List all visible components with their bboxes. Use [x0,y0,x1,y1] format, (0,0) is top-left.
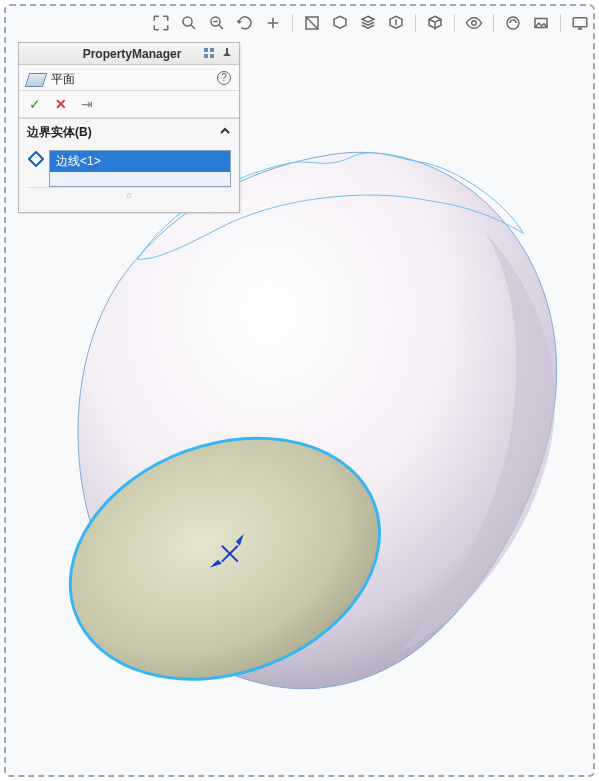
help-icon[interactable]: ? [217,71,231,85]
resize-grip-icon[interactable]: ○ [27,187,231,204]
action-row: ✓ ✕ ⇥ [19,91,239,118]
display-style-icon[interactable] [357,12,379,34]
svg-rect-9 [204,48,208,52]
section-title: 边界实体(B) [27,124,92,141]
svg-point-6 [507,17,519,29]
section-view-icon[interactable] [301,12,323,34]
rotate-view-icon[interactable] [234,12,256,34]
eye-icon[interactable] [463,12,485,34]
svg-rect-12 [210,54,214,58]
cancel-button[interactable]: ✕ [53,96,69,112]
section-header[interactable]: 边界实体(B) [19,119,239,146]
svg-point-5 [472,21,477,26]
panel-pin-icon[interactable] [219,45,235,61]
selection-item[interactable]: 边线<1> [50,151,230,172]
appearance-icon[interactable] [502,12,524,34]
svg-rect-11 [204,54,208,58]
svg-rect-10 [210,48,214,52]
toolbar-separator [415,14,416,32]
view-toolbar [150,12,591,34]
pan-icon[interactable] [262,12,284,34]
property-manager-titlebar: PropertyManager [19,43,239,65]
svg-rect-8 [573,18,587,27]
ok-button[interactable]: ✓ [27,96,43,112]
cube-outline-icon[interactable] [424,12,446,34]
plane-icon [25,73,48,87]
property-manager-panel: PropertyManager 平面 ? ✓ ✕ ⇥ 边界实体(B) [18,42,240,213]
keep-visible-button[interactable]: ⇥ [79,96,95,112]
selection-list[interactable]: 边线<1> [49,150,231,187]
hide-show-icon[interactable] [385,12,407,34]
chevron-up-icon[interactable] [219,125,231,140]
feature-name: 平面 [51,71,75,88]
boundary-entities-section: 边界实体(B) 边线<1> ○ [19,118,239,212]
toolbar-separator [560,14,561,32]
selection-empty-area[interactable] [50,172,230,186]
scene-icon[interactable] [530,12,552,34]
feature-header: 平面 ? [19,65,239,91]
selection-diamond-icon [27,150,45,168]
zoom-area-icon[interactable] [178,12,200,34]
zoom-fit-icon[interactable] [150,12,172,34]
panel-grid-icon[interactable] [201,45,217,61]
toolbar-separator [292,14,293,32]
toolbar-separator [493,14,494,32]
view-orientation-icon[interactable] [329,12,351,34]
screen-capture-icon[interactable] [569,12,591,34]
zoom-inout-icon[interactable] [206,12,228,34]
toolbar-separator [454,14,455,32]
